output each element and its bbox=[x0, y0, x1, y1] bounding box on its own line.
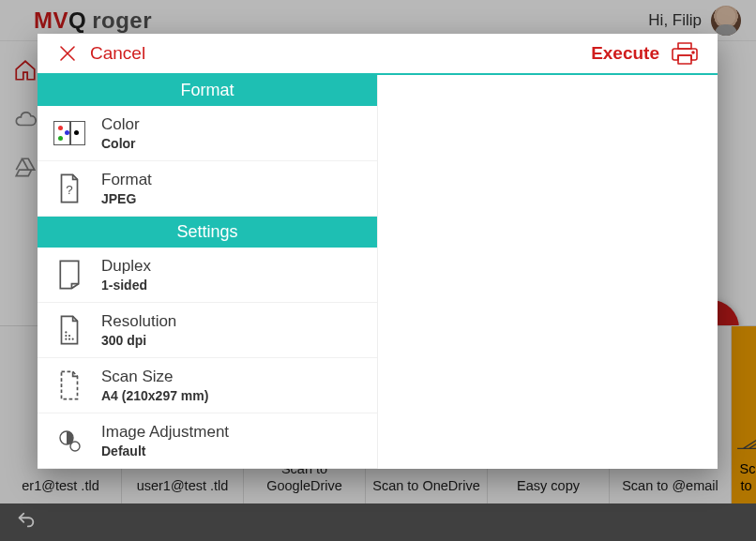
cancel-button[interactable]: Cancel bbox=[56, 42, 145, 65]
file-question-icon: ? bbox=[53, 172, 86, 205]
svg-point-11 bbox=[70, 442, 80, 451]
row-value: 300 dpi bbox=[101, 333, 176, 348]
svg-point-2 bbox=[692, 52, 694, 53]
row-duplex[interactable]: Duplex 1-sided bbox=[38, 248, 377, 303]
printer-icon bbox=[671, 41, 699, 66]
scan-settings-modal: Cancel Execute Format Color Color bbox=[38, 34, 718, 469]
svg-point-9 bbox=[65, 331, 67, 333]
svg-point-4 bbox=[65, 338, 67, 340]
row-image-adjustment[interactable]: Image Adjustment Default bbox=[38, 413, 377, 469]
image-adjustment-icon bbox=[53, 424, 86, 458]
row-value: Color bbox=[101, 136, 140, 151]
row-scan-size[interactable]: Scan Size A4 (210x297 mm) bbox=[38, 358, 377, 413]
row-label: Scan Size bbox=[101, 368, 208, 386]
page-fold-icon bbox=[53, 258, 86, 292]
section-header-format: Format bbox=[38, 75, 377, 106]
detail-column bbox=[377, 75, 717, 469]
svg-point-7 bbox=[65, 335, 67, 337]
resolution-icon bbox=[53, 313, 86, 347]
row-label: Color bbox=[101, 115, 140, 134]
row-label: Image Adjustment bbox=[101, 423, 229, 442]
row-value: Default bbox=[101, 443, 229, 458]
svg-text:?: ? bbox=[66, 183, 72, 197]
svg-point-6 bbox=[72, 338, 74, 340]
section-header-settings: Settings bbox=[38, 217, 377, 248]
color-swatch-icon bbox=[53, 116, 86, 150]
row-label: Duplex bbox=[101, 257, 151, 276]
row-color[interactable]: Color Color bbox=[38, 106, 377, 161]
modal-header: Cancel Execute bbox=[38, 34, 718, 75]
row-value: 1-sided bbox=[101, 278, 151, 293]
row-label: Resolution bbox=[101, 312, 176, 331]
svg-point-8 bbox=[68, 335, 70, 337]
row-label: Format bbox=[101, 171, 152, 189]
svg-rect-0 bbox=[678, 43, 691, 49]
svg-point-5 bbox=[68, 338, 70, 340]
row-value: A4 (210x297 mm) bbox=[101, 388, 208, 403]
scan-size-icon bbox=[53, 368, 86, 402]
svg-rect-1 bbox=[678, 55, 691, 64]
row-resolution[interactable]: Resolution 300 dpi bbox=[38, 303, 377, 358]
settings-column: Format Color Color ? Format bbox=[38, 75, 377, 469]
cancel-label: Cancel bbox=[90, 43, 145, 64]
execute-label: Execute bbox=[591, 43, 659, 64]
close-icon bbox=[56, 42, 79, 65]
execute-button[interactable]: Execute bbox=[591, 41, 699, 66]
row-value: JPEG bbox=[101, 191, 152, 206]
row-format[interactable]: ? Format JPEG bbox=[38, 161, 377, 217]
